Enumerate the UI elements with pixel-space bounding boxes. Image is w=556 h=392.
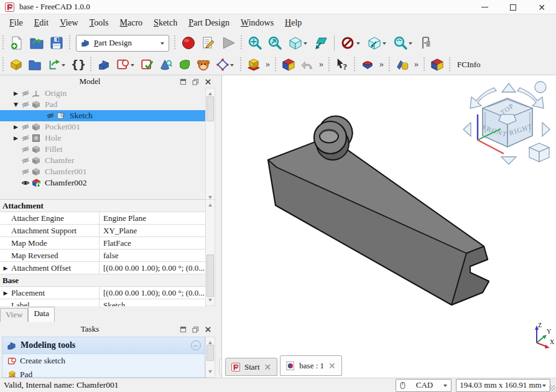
task-pad[interactable]: Pad — [2, 368, 205, 378]
nav-mini-cube-icon[interactable] — [529, 143, 549, 162]
navigation-cube[interactable]: TOP FRONT RIGHT — [455, 77, 555, 172]
zoom-selection-button[interactable] — [265, 34, 285, 52]
row-expander-icon[interactable] — [0, 299, 11, 306]
menu-tools[interactable]: Tools — [84, 16, 114, 30]
link-make-button[interactable] — [44, 56, 69, 73]
create-sketch-button[interactable] — [113, 56, 138, 73]
tree-item-fillet[interactable]: Fillet — [0, 144, 205, 155]
toolbar-overflow-chevron[interactable]: » — [377, 60, 386, 70]
toolbar-handle[interactable] — [1, 57, 6, 72]
macro-play-button[interactable] — [218, 34, 238, 52]
dimension-selector[interactable]: 194.03 mm x 160.91 mm — [456, 379, 550, 392]
menu-part-design[interactable]: Part Design — [183, 16, 235, 30]
menu-help[interactable]: Help — [279, 16, 307, 30]
close-button[interactable]: ✕ — [527, 0, 556, 14]
menu-windows[interactable]: Windows — [235, 16, 279, 30]
undo-button[interactable] — [298, 56, 317, 73]
tree-item-chamfer[interactable]: Chamfer — [0, 155, 205, 166]
create-body-button[interactable] — [95, 56, 113, 73]
toolbar-handle[interactable] — [448, 57, 452, 72]
tree-item-pad[interactable]: ▼ Pad — [0, 99, 205, 110]
scrollbar-thumb[interactable] — [206, 345, 214, 361]
dropdown-arrow-icon[interactable] — [409, 42, 412, 47]
row-expander-icon[interactable]: ▶ — [0, 262, 11, 274]
tab-base-document[interactable]: base : 1 ✕ — [280, 355, 341, 376]
measure-button[interactable] — [416, 34, 436, 52]
scrollbar-thumb[interactable] — [206, 96, 214, 121]
open-document-button[interactable] — [27, 34, 47, 52]
property-row-map-reversed[interactable]: Map Reversed false — [0, 250, 205, 262]
dropdown-arrow-icon[interactable] — [356, 42, 360, 47]
fit-all-button[interactable] — [245, 34, 265, 52]
toolbar-handle[interactable] — [89, 57, 93, 72]
toolbar-handle[interactable] — [422, 57, 427, 72]
save-button[interactable] — [47, 34, 67, 52]
macro-edit-button[interactable] — [198, 34, 218, 52]
property-row-placement[interactable]: ▶ Placement [(0.00 0.00 1.00); 0.00 °; (… — [0, 287, 205, 299]
expression-editor-button[interactable]: {} — [69, 56, 88, 73]
property-row-attachment-offset[interactable]: ▶ Attachment Offset [(0.00 0.00 1.00); 0… — [0, 262, 205, 274]
menu-file[interactable]: File — [4, 16, 29, 30]
panel-float-icon[interactable] — [192, 326, 199, 333]
panel-minimize-icon[interactable] — [180, 326, 187, 333]
datum-button[interactable] — [213, 56, 238, 73]
toolbar-handle[interactable] — [353, 57, 357, 72]
menu-view[interactable]: View — [54, 16, 84, 30]
menu-macro[interactable]: Macro — [114, 16, 149, 30]
tree-item-origin[interactable]: ▶ Origin — [0, 88, 205, 99]
tab-data[interactable]: Data — [28, 307, 55, 322]
dropdown-arrow-icon[interactable] — [303, 42, 307, 47]
maximize-button[interactable] — [499, 0, 527, 14]
collapse-section-icon[interactable]: ︽ — [191, 340, 201, 350]
macro-record-button[interactable] — [178, 34, 198, 52]
scroll-down-icon[interactable] — [208, 370, 212, 375]
minimize-button[interactable] — [470, 0, 499, 14]
axonometric-view-button[interactable] — [285, 34, 311, 52]
3d-viewport[interactable]: TOP FRONT RIGHT Z Y X — [221, 75, 556, 378]
panel-minimize-icon[interactable] — [180, 78, 187, 85]
edit-sketch-button[interactable] — [138, 56, 157, 73]
tree-item-chamfer001[interactable]: Chamfer001 — [0, 166, 205, 177]
addon-button[interactable] — [194, 56, 213, 73]
dropdown-arrow-icon[interactable] — [230, 64, 234, 68]
toolbar-handle[interactable] — [173, 35, 177, 50]
property-row-label[interactable]: Label Sketch — [0, 299, 205, 306]
part-boolean-button[interactable] — [279, 56, 298, 73]
toolbar-overflow-chevron[interactable]: » — [263, 60, 272, 70]
property-scrollbar[interactable] — [205, 199, 215, 306]
part-cube-button[interactable] — [428, 56, 447, 73]
toolbar-handle[interactable] — [274, 57, 278, 72]
dropdown-arrow-icon[interactable] — [131, 64, 134, 68]
tab-start[interactable]: Start ✕ — [225, 358, 277, 376]
toolbar-handle[interactable] — [327, 57, 331, 72]
property-group-base[interactable]: Base — [0, 274, 205, 287]
scrollbar-thumb[interactable] — [206, 254, 214, 297]
map-sketch-button[interactable] — [175, 56, 194, 73]
dropdown-arrow-icon[interactable] — [382, 42, 386, 47]
tab-view[interactable]: View — [0, 308, 28, 322]
refine-shape-button[interactable] — [358, 56, 377, 73]
navigation-style-selector[interactable]: CAD — [396, 379, 452, 392]
row-expander-icon[interactable] — [0, 225, 11, 236]
group-button[interactable] — [25, 56, 44, 73]
fcinfo-label[interactable]: FCInfo — [453, 60, 484, 70]
validate-sketch-button[interactable] — [157, 56, 175, 73]
panel-close-icon[interactable] — [205, 326, 211, 333]
tab-close-icon[interactable]: ✕ — [328, 361, 336, 371]
resize-grip[interactable] — [549, 385, 555, 391]
expander-icon[interactable]: ▼ — [14, 101, 21, 108]
modeling-tools-section[interactable]: Modeling tools ︽ — [2, 337, 205, 354]
menu-edit[interactable]: Edit — [29, 16, 54, 30]
panel-close-icon[interactable] — [205, 78, 211, 85]
part-button[interactable] — [7, 56, 25, 73]
new-document-button[interactable] — [7, 34, 27, 52]
whats-this-button[interactable]: ? — [333, 56, 351, 73]
tree-item-chamfer002[interactable]: Chamfer002 — [0, 177, 205, 189]
tree-item-pocket001[interactable]: ▶ Pocket001 — [0, 121, 205, 133]
workbench-selector[interactable]: Part Design — [76, 35, 169, 52]
clipping-plane-button[interactable] — [364, 34, 390, 52]
row-expander-icon[interactable] — [0, 237, 11, 249]
row-expander-icon[interactable]: ▶ — [0, 287, 11, 299]
property-row-attachment-support[interactable]: Attachment Support XY_Plane — [0, 225, 205, 237]
menu-sketch[interactable]: Sketch — [148, 16, 183, 30]
